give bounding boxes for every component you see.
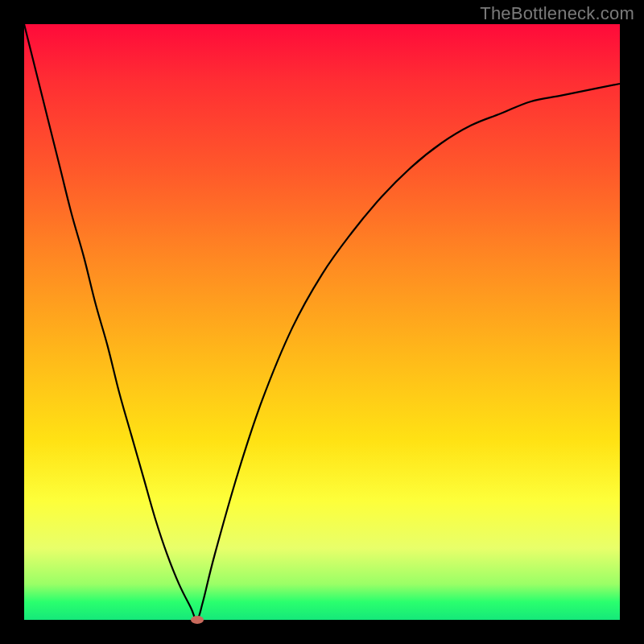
minimum-marker bbox=[191, 616, 204, 624]
plot-area bbox=[24, 24, 620, 620]
watermark-label: TheBottleneck.com bbox=[480, 3, 634, 24]
bottleneck-curve-path bbox=[24, 24, 620, 620]
curve-svg bbox=[24, 24, 620, 620]
chart-frame: TheBottleneck.com bbox=[0, 0, 644, 644]
